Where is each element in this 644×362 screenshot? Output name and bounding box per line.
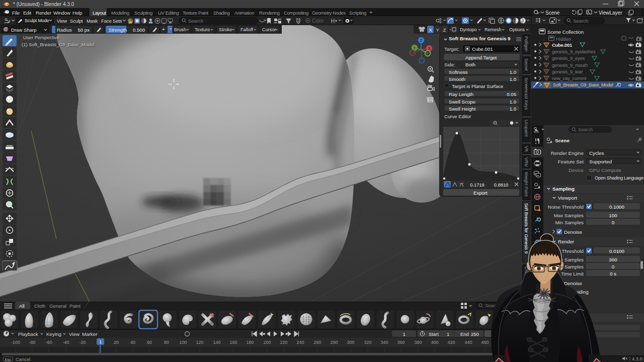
svg-text:280: 280 [330,340,338,345]
svg-text:380: 380 [414,340,422,345]
svg-text:20: 20 [114,340,119,345]
svg-text:420: 420 [447,340,455,345]
svg-text:-100: -100 [11,340,20,345]
svg-text:220: 220 [280,340,287,345]
svg-text:-40: -40 [62,340,69,345]
svg-text:400: 400 [431,340,438,345]
svg-text:X: X [428,46,431,51]
svg-text:160: 160 [229,340,237,345]
svg-text:300: 300 [347,340,354,345]
svg-text:240: 240 [296,340,304,345]
svg-text:-60: -60 [45,340,52,345]
svg-text:40: 40 [130,340,135,345]
svg-text:100: 100 [179,340,187,345]
svg-text:-80: -80 [29,340,35,345]
svg-text:180: 180 [246,340,254,345]
svg-text:Y: Y [413,46,416,50]
svg-text:-20: -20 [79,340,86,345]
svg-text:340: 340 [380,340,388,345]
svg-text:60: 60 [147,340,152,345]
svg-text:320: 320 [364,340,371,345]
svg-text:120: 120 [196,340,203,345]
svg-text:Z: Z [420,38,423,43]
svg-text:260: 260 [313,340,321,345]
svg-text:200: 200 [263,340,271,345]
svg-text:440: 440 [464,340,472,345]
svg-text:140: 140 [213,340,220,345]
svg-text:80: 80 [164,340,169,345]
svg-text:360: 360 [397,340,405,345]
